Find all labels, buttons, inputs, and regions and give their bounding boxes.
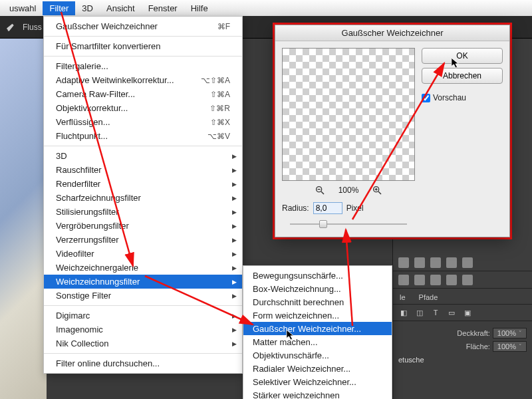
menu-item-fluchtpunkt[interactable]: Fluchtpunkt...⌥⌘V: [44, 129, 242, 143]
dialog-title: Gaußscher Weichzeichner: [275, 25, 509, 41]
mask-icon[interactable]: ◫: [414, 307, 425, 318]
menu-item-filtergalerie[interactable]: Filtergalerie...: [44, 59, 242, 73]
dialog-preview[interactable]: [282, 48, 415, 181]
sub-staerker-weichzeichnen[interactable]: Stärker weichzeichnen: [243, 388, 392, 399]
radius-label: Radius:: [282, 203, 309, 213]
document-canvas: [0, 39, 47, 399]
smart-icon[interactable]: ▣: [462, 307, 473, 318]
brush-icon: [5, 21, 17, 33]
svg-line-1: [321, 192, 324, 194]
menu-item-imagenomic[interactable]: Imagenomic: [44, 323, 242, 336]
filter-icon[interactable]: ◧: [398, 307, 409, 318]
curves-icon[interactable]: [430, 257, 441, 268]
sub-gaussscher-weichzeichner[interactable]: Gaußscher Weichzeichner...: [243, 322, 392, 335]
weichzeichnung-submenu: Bewegungsunschärfe... Box-Weichzeichnung…: [243, 265, 392, 399]
menu-item-camera-raw[interactable]: Camera Raw-Filter...⇧⌘A: [44, 87, 242, 101]
menu-item-videofilter[interactable]: Videofilter: [44, 247, 242, 261]
sub-form-weichzeichnen[interactable]: Form weichzeichnen...: [243, 309, 392, 322]
vibrance-icon[interactable]: [462, 257, 473, 268]
opacity-label: Deckkraft:: [457, 329, 490, 337]
channel-mixer-icon[interactable]: [446, 275, 457, 285]
filter-menu: Gaußscher Weichzeichner ⌘F Für Smartfilt…: [43, 16, 243, 374]
menu-3d[interactable]: 3D: [75, 1, 100, 15]
menu-item-smartfilter[interactable]: Für Smartfilter konvertieren: [44, 39, 242, 53]
menu-fenster[interactable]: Fenster: [142, 1, 184, 15]
options-label: Fluss: [23, 23, 42, 32]
menu-item-objektiv[interactable]: Objektivkorrektur...⇧⌘R: [44, 101, 242, 115]
hue-icon[interactable]: [398, 275, 409, 285]
shape-icon[interactable]: ▭: [446, 307, 457, 318]
menu-item-weichzeichnergalerie[interactable]: Weichzeichnergalerie: [44, 261, 242, 275]
radius-slider[interactable]: [282, 218, 415, 230]
sub-objektivunschaerfe[interactable]: Objektivunschärfe...: [243, 348, 392, 362]
cursor-icon: [286, 329, 295, 341]
menu-item-weitwinkel[interactable]: Adaptive Weitwinkelkorrektur...⌥⇧⌘A: [44, 73, 242, 87]
opacity-value[interactable]: 100%: [493, 328, 527, 338]
radius-unit: Pixel: [346, 203, 364, 213]
menu-item-vergroeberung[interactable]: Vergröberungsfilter: [44, 219, 242, 233]
menu-ansicht[interactable]: Ansicht: [100, 1, 142, 15]
sub-durchschnitt[interactable]: Durchschnitt berechnen: [243, 295, 392, 309]
tab-pfade[interactable]: Pfade: [412, 291, 445, 304]
dialog-annotation-frame: Gaußscher Weichzeichner 100% Radius: Pix…: [273, 23, 512, 239]
menu-item-browse-online[interactable]: Filter online durchsuchen...: [44, 356, 242, 370]
preview-checkbox-label: Vorschau: [433, 93, 466, 102]
menu-auswahl[interactable]: uswahl: [3, 1, 43, 15]
preview-checkbox-row[interactable]: Vorschau: [422, 93, 503, 102]
lut-icon[interactable]: [462, 275, 473, 285]
menu-item-digimarc[interactable]: Digimarc: [44, 309, 242, 323]
menubar: uswahl Filter 3D Ansicht Fenster Hilfe: [0, 0, 532, 16]
svg-line-4: [378, 192, 381, 194]
menu-item-nik[interactable]: Nik Collection: [44, 336, 242, 350]
zoom-out-icon[interactable]: [315, 185, 325, 196]
menu-item-scharfzeichnung[interactable]: Scharfzeichnungsfilter: [44, 191, 242, 205]
menu-item-verfluessigen[interactable]: Verflüssigen...⇧⌘X: [44, 115, 242, 129]
adjustment-icons-2: [393, 271, 532, 289]
menu-item-recent-filter[interactable]: Gaußscher Weichzeichner ⌘F: [44, 19, 242, 33]
menu-filter[interactable]: Filter: [43, 1, 75, 15]
menu-item-3d-filter[interactable]: 3D: [44, 149, 242, 163]
sub-radialer-weichzeichner[interactable]: Radialer Weichzeichner...: [243, 362, 392, 375]
sub-matter-machen[interactable]: Matter machen...: [243, 335, 392, 348]
sub-box-weichzeichnung[interactable]: Box-Weichzeichnung...: [243, 282, 392, 295]
layer-tool-icons: ◧ ◫ T ▭ ▣: [393, 305, 532, 321]
type-icon[interactable]: T: [430, 307, 441, 318]
gaussian-blur-dialog: Gaußscher Weichzeichner 100% Radius: Pix…: [275, 25, 510, 237]
tab-kanaele[interactable]: le: [393, 291, 412, 304]
cancel-button[interactable]: Abbrechen: [422, 68, 503, 84]
brightness-icon[interactable]: [398, 257, 409, 268]
levels-icon[interactable]: [414, 257, 425, 268]
menu-item-stilisierung[interactable]: Stilisierungsfilter: [44, 205, 242, 219]
menu-item-sonstige[interactable]: Sonstige Filter: [44, 289, 242, 303]
menu-hilfe[interactable]: Hilfe: [184, 1, 215, 15]
radius-input[interactable]: [313, 202, 342, 214]
photo-filter-icon[interactable]: [430, 275, 441, 285]
menu-item-rauschfilter[interactable]: Rauschfilter: [44, 163, 242, 177]
fill-label: Fläche:: [466, 342, 490, 350]
exposure-icon[interactable]: [446, 257, 457, 268]
fill-value[interactable]: 100%: [493, 341, 527, 352]
menu-item-weichzeichnungsfilter[interactable]: Weichzeichnungsfilter: [44, 275, 242, 289]
bw-icon[interactable]: [414, 275, 425, 285]
menu-item-verzerrung[interactable]: Verzerrungsfilter: [44, 233, 242, 247]
menu-item-renderfilter[interactable]: Renderfilter: [44, 177, 242, 191]
zoom-level: 100%: [338, 186, 359, 195]
panel-tabs: le Pfade: [393, 289, 532, 305]
zoom-in-icon[interactable]: [372, 185, 382, 196]
preview-checkbox[interactable]: [422, 94, 430, 102]
layer-row[interactable]: etusche: [398, 356, 527, 364]
cursor-icon: [451, 57, 460, 69]
ok-button[interactable]: OK: [422, 48, 503, 64]
sub-selektiver-weichzeichner[interactable]: Selektiver Weichzeichner...: [243, 375, 392, 388]
sub-bewegungsunschaerfe[interactable]: Bewegungsunschärfe...: [243, 269, 392, 282]
adjustment-icons: [393, 254, 532, 271]
